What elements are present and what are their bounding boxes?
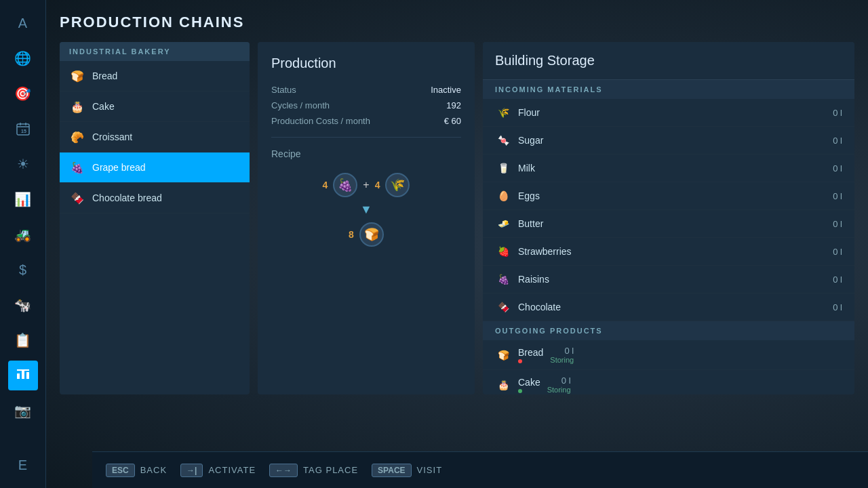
strawberry-icon: 🍓 bbox=[495, 243, 511, 260]
butter-amount: 0 l bbox=[833, 219, 842, 229]
stat-row-costs: Production Costs / month € 60 bbox=[271, 116, 461, 126]
sidebar-icon-a[interactable]: A bbox=[8, 8, 38, 38]
storage-item-sugar: 🍬 Sugar 0 l bbox=[483, 127, 854, 155]
cycles-value: 192 bbox=[446, 100, 461, 110]
category-header: INDUSTRIAL BAKERY bbox=[60, 42, 250, 61]
list-item-grape-bread-label: Grape bread bbox=[92, 162, 146, 173]
building-storage-panel: Building Storage INCOMING MATERIALS 🌾 Fl… bbox=[483, 42, 854, 394]
list-item-croissant[interactable]: 🥐 Croissant bbox=[60, 122, 250, 152]
sugar-icon: 🍬 bbox=[495, 132, 511, 148]
back-button[interactable]: ESC BACK bbox=[106, 464, 167, 477]
left-panel: INDUSTRIAL BAKERY 🍞 Bread 🎂 Cake 🥐 Crois… bbox=[60, 42, 250, 394]
sidebar-icon-chart[interactable]: 📊 bbox=[8, 184, 38, 214]
milk-amount: 0 l bbox=[833, 163, 842, 174]
list-item-grape-bread[interactable]: 🍇 Grape bread bbox=[60, 152, 250, 183]
cake-dot bbox=[518, 389, 522, 393]
activate-label: ACTIVATE bbox=[208, 465, 256, 475]
outgoing-bread-name: Bread bbox=[518, 347, 543, 358]
list-item-cake-label: Cake bbox=[92, 101, 115, 112]
outgoing-bread-icon: 🍞 bbox=[495, 347, 511, 363]
storage-item-raisins: 🍇 Raisins 0 l bbox=[483, 266, 854, 293]
outgoing-cake-amount: 0 l bbox=[561, 375, 571, 386]
outgoing-bread-amount: 0 l bbox=[564, 346, 574, 356]
storage-item-chocolate: 🍫 Chocolate 0 l bbox=[483, 293, 854, 321]
recipe-icon-flour: 🌾 bbox=[385, 173, 410, 197]
chocolate-amount: 0 l bbox=[833, 302, 842, 312]
list-item-bread-label: Bread bbox=[92, 70, 117, 81]
eggs-name: Eggs bbox=[518, 190, 826, 201]
outgoing-products-header: OUTGOING PRODUCTS bbox=[483, 321, 854, 340]
milk-icon: 🥛 bbox=[495, 160, 511, 176]
sidebar-icon-sun[interactable]: ☀ bbox=[8, 149, 38, 179]
storage-outgoing-cake: 🎂 Cake 0 l Storing bbox=[483, 370, 854, 394]
butter-icon: 🧈 bbox=[495, 216, 511, 232]
sidebar-icon-calendar[interactable]: 15 bbox=[8, 114, 38, 144]
tag-place-button[interactable]: ←→ TAG PLACE bbox=[269, 464, 358, 477]
cake-icon: 🎂 bbox=[69, 98, 85, 115]
list-item-bread[interactable]: 🍞 Bread bbox=[60, 61, 250, 92]
recipe-icon-grapes: 🍇 bbox=[333, 173, 357, 197]
activate-button[interactable]: →| ACTIVATE bbox=[180, 464, 256, 477]
svg-rect-6 bbox=[22, 371, 24, 379]
main-content: PRODUCTION CHAINS INDUSTRIAL BAKERY 🍞 Br… bbox=[46, 0, 868, 488]
sidebar-icon-tractor[interactable]: 🚜 bbox=[8, 220, 38, 249]
stat-row-cycles: Cycles / month 192 bbox=[271, 100, 461, 110]
recipe-input2-count: 4 bbox=[375, 180, 380, 190]
chocolate-name: Chocolate bbox=[518, 302, 826, 312]
costs-value: € 60 bbox=[444, 116, 461, 126]
status-label: Status bbox=[271, 85, 296, 95]
list-item-croissant-label: Croissant bbox=[92, 131, 132, 142]
sidebar-icon-papers[interactable]: 📋 bbox=[8, 325, 38, 355]
flour-icon: 🌾 bbox=[495, 104, 511, 121]
chocolate-icon: 🍫 bbox=[495, 299, 511, 315]
tag-place-key: ←→ bbox=[269, 464, 298, 477]
sugar-name: Sugar bbox=[518, 135, 826, 146]
sidebar-icon-globe[interactable]: 🌐 bbox=[8, 43, 38, 73]
space-key: SPACE bbox=[372, 464, 411, 477]
butter-name: Butter bbox=[518, 218, 826, 229]
visit-label: VISIT bbox=[417, 465, 443, 475]
sidebar-icon-dollar[interactable]: $ bbox=[8, 255, 38, 285]
divider bbox=[271, 137, 461, 138]
outgoing-cake-icon: 🎂 bbox=[495, 377, 511, 393]
sugar-amount: 0 l bbox=[833, 136, 842, 146]
bread-dot bbox=[518, 359, 522, 363]
list-item-cake[interactable]: 🎂 Cake bbox=[60, 92, 250, 122]
bread-icon: 🍞 bbox=[69, 68, 85, 84]
esc-key: ESC bbox=[106, 464, 135, 477]
recipe-area: 4 🍇 + 4 🌾 ▼ 8 🍞 bbox=[271, 173, 461, 247]
sidebar: A 🌐 🎯 15 ☀ 📊 🚜 $ 🐄 📋 📷 E bbox=[0, 0, 46, 488]
recipe-output-count: 8 bbox=[349, 229, 354, 240]
bread-storing-label: Storing bbox=[550, 356, 574, 364]
sidebar-icon-e[interactable]: E bbox=[8, 450, 38, 480]
production-title: Production bbox=[271, 56, 461, 71]
cake-status: Cake bbox=[518, 377, 540, 393]
svg-text:15: 15 bbox=[21, 129, 26, 134]
recipe-title: Recipe bbox=[271, 148, 461, 159]
storage-item-eggs: 🥚 Eggs 0 l bbox=[483, 182, 854, 210]
chocolate-bread-icon: 🍫 bbox=[69, 190, 85, 206]
back-label: BACK bbox=[140, 465, 167, 475]
sidebar-icon-wheel[interactable]: 🎯 bbox=[8, 79, 38, 108]
outgoing-cake-name: Cake bbox=[518, 377, 540, 388]
recipe-inputs: 4 🍇 + 4 🌾 bbox=[323, 173, 410, 197]
flour-amount: 0 l bbox=[833, 108, 842, 118]
sidebar-icon-cow[interactable]: 🐄 bbox=[8, 290, 38, 320]
sidebar-icon-camera[interactable]: 📷 bbox=[8, 396, 38, 426]
milk-name: Milk bbox=[518, 163, 826, 174]
svg-rect-7 bbox=[26, 372, 29, 379]
list-item-chocolate-bread-label: Chocolate bread bbox=[92, 192, 162, 203]
arrow-down-icon: ▼ bbox=[360, 203, 372, 217]
raisins-name: Raisins bbox=[518, 274, 826, 285]
visit-button[interactable]: SPACE VISIT bbox=[372, 464, 442, 477]
eggs-amount: 0 l bbox=[833, 191, 842, 201]
sidebar-icon-production[interactable] bbox=[8, 361, 38, 390]
recipe-output: 8 🍞 bbox=[349, 222, 384, 247]
eggs-icon: 🥚 bbox=[495, 188, 511, 204]
page-title: PRODUCTION CHAINS bbox=[60, 14, 854, 31]
list-item-chocolate-bread[interactable]: 🍫 Chocolate bread bbox=[60, 183, 250, 214]
storage-list: INCOMING MATERIALS 🌾 Flour 0 l 🍬 Sugar 0… bbox=[483, 80, 854, 394]
activate-key: →| bbox=[180, 464, 203, 477]
bread-status: Bread bbox=[518, 347, 543, 363]
recipe-input1-count: 4 bbox=[323, 180, 328, 190]
